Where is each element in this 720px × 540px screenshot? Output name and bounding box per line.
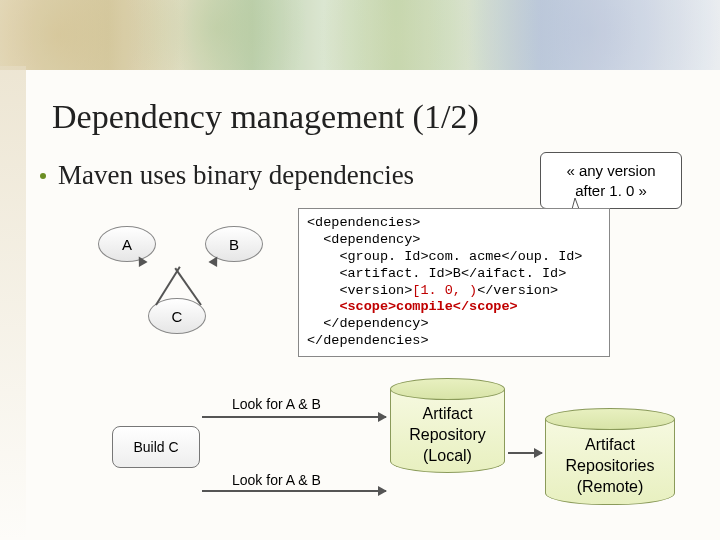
code-highlight: <scope>compile</scope> — [339, 299, 517, 314]
code-line: <dependency> — [307, 232, 420, 247]
node-a: A — [98, 226, 156, 262]
repo-local: Artifact Repository (Local) — [390, 378, 505, 473]
code-line: oup. Id> — [518, 249, 583, 264]
code-line — [307, 299, 339, 314]
lookup-label-2: Look for A & B — [232, 472, 321, 488]
slide-title: Dependency management (1/2) — [52, 98, 479, 136]
repo-local-label: Artifact Repository (Local) — [409, 404, 485, 466]
bullet-item: Maven uses binary dependencies — [40, 160, 414, 191]
callout-version: « any version after 1. 0 » — [540, 152, 682, 209]
code-line: </version> — [477, 283, 558, 298]
code-line: <artifact. Id>B</a — [307, 266, 485, 281]
code-line: </dependencies> — [307, 333, 429, 348]
arrow-lookup-2 — [202, 490, 386, 492]
bullet-dot-icon — [40, 173, 46, 179]
repo-remote-label: Artifact Repositories (Remote) — [566, 435, 655, 497]
code-line: </dependency> — [307, 316, 429, 331]
lookup-label-1: Look for A & B — [232, 396, 321, 412]
code-snippet: <dependencies> <dependency> <group. Id>c… — [298, 208, 610, 357]
build-c-box: Build C — [112, 426, 200, 468]
code-highlight: [1. 0, ) — [412, 283, 477, 298]
code-line: <version> — [307, 283, 412, 298]
arrow-local-to-remote — [508, 452, 542, 454]
code-line: ifact. Id> — [485, 266, 566, 281]
bullet-text: Maven uses binary dependencies — [58, 160, 414, 191]
code-line: <dependencies> — [307, 215, 420, 230]
callout-line1: « any version — [551, 161, 671, 181]
banner-decoration — [0, 0, 720, 70]
repo-remote: Artifact Repositories (Remote) — [545, 408, 675, 505]
cylinder-top-icon — [545, 408, 675, 430]
side-decoration — [0, 66, 26, 540]
arrow-lookup-1 — [202, 416, 386, 418]
node-b-label: B — [229, 236, 239, 253]
node-a-label: A — [122, 236, 132, 253]
node-c-label: C — [172, 308, 183, 325]
code-line: <group. Id>com. acme</ — [307, 249, 518, 264]
cylinder-top-icon — [390, 378, 505, 400]
build-c-label: Build C — [133, 439, 178, 455]
